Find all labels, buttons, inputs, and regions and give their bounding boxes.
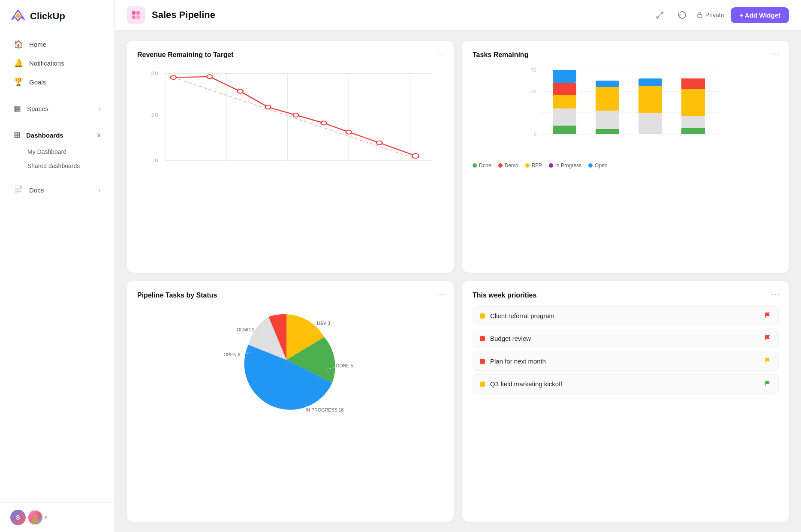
svg-rect-38 [553, 95, 576, 108]
logo[interactable]: ClickUp [0, 0, 114, 31]
add-widget-button[interactable]: + Add Widget [731, 7, 789, 23]
revenue-chart-svg: 20 10 0 [137, 66, 443, 168]
priority-dot-2 [480, 359, 485, 364]
svg-rect-50 [681, 89, 705, 116]
bar-chart-legend: Done Demo RFP In Progress [473, 162, 779, 168]
bell-icon: 🔔 [14, 58, 23, 68]
priority-dot-0 [480, 313, 485, 319]
priorities-widget: This week priorities ··· Client referral… [462, 281, 789, 522]
svg-point-28 [376, 141, 382, 144]
priorities-widget-title: This week priorities [473, 292, 779, 299]
demo-dot [498, 163, 503, 168]
sidebar-item-notifications[interactable]: 🔔 Notifications [3, 54, 111, 72]
sidebar-item-my-dashboard[interactable]: My Dashboard [3, 145, 111, 159]
svg-rect-44 [596, 81, 619, 87]
expand-button[interactable] [652, 7, 668, 23]
pipeline-widget-title: Pipeline Tasks by Status [137, 292, 443, 299]
pipeline-pie-svg: DEV 3 DONE 5 IN PROGRESS 18 OPEN 6 DEMO … [222, 302, 359, 422]
svg-rect-2 [132, 11, 136, 15]
docs-chevron-icon: › [99, 186, 101, 193]
legend-in-progress: In Progress [549, 162, 581, 168]
sidebar: ClickUp 🏠 Home 🔔 Notifications 🏆 Goals ▦… [0, 0, 115, 532]
pipeline-widget-menu[interactable]: ··· [436, 290, 445, 299]
priorities-widget-menu[interactable]: ··· [771, 290, 780, 299]
tasks-bar-chart: 50 25 0 [473, 66, 779, 168]
clickup-logo-icon [10, 9, 26, 24]
svg-rect-41 [553, 126, 576, 134]
user-menu-chevron[interactable]: ▾ [45, 514, 47, 520]
svg-text:0: 0 [534, 132, 536, 137]
priority-flag-0 [765, 312, 771, 320]
svg-rect-52 [681, 128, 705, 134]
docs-icon: 📄 [14, 185, 23, 195]
legend-demo: Demo [498, 162, 518, 168]
open-label: Open [595, 162, 607, 168]
sidebar-item-docs[interactable]: 📄 Docs › [3, 181, 111, 199]
svg-text:DONE 5: DONE 5 [336, 363, 353, 368]
priority-item-1: Budget review [473, 329, 779, 348]
home-icon: 🏠 [14, 39, 23, 49]
svg-rect-39 [553, 83, 576, 95]
in-progress-label: In Progress [555, 162, 581, 168]
sidebar-bottom: S ▾ [0, 502, 114, 532]
sidebar-item-spaces-label: Spaces [27, 105, 48, 112]
sidebar-item-notifications-label: Notifications [29, 60, 64, 67]
priority-flag-1 [765, 334, 771, 343]
sidebar-item-goals[interactable]: 🏆 Goals [3, 73, 111, 91]
demo-label: Demo [505, 162, 518, 168]
svg-rect-46 [638, 113, 662, 134]
dashboards-chevron-icon: ∨ [96, 132, 101, 138]
pipeline-pie-chart: DEV 3 DONE 5 IN PROGRESS 18 OPEN 6 DEMO … [137, 306, 443, 418]
svg-rect-43 [596, 87, 619, 111]
svg-point-21 [171, 75, 176, 79]
logo-text: ClickUp [30, 11, 65, 22]
sidebar-item-spaces[interactable]: ▦ Spaces › [3, 99, 111, 117]
spaces-icon: ▦ [14, 104, 21, 113]
user-avatar-group[interactable]: S ▾ [10, 510, 47, 525]
sidebar-item-home[interactable]: 🏠 Home [3, 35, 111, 53]
dashboard-grid: Revenue Remaining to Target ··· 20 10 [115, 30, 801, 532]
priority-flag-2 [765, 357, 771, 365]
sidebar-item-dashboards[interactable]: ⊞ Dashboards ∨ [3, 126, 111, 144]
revenue-widget-menu[interactable]: ··· [436, 49, 445, 58]
priority-flag-3 [765, 380, 771, 388]
sidebar-item-shared-dashboards[interactable]: Shared dashboards [3, 159, 111, 173]
tasks-widget-title: Tasks Remaining [473, 51, 779, 59]
svg-rect-51 [681, 78, 705, 89]
page-header: Sales Pipeline [115, 0, 801, 30]
refresh-button[interactable] [675, 7, 690, 23]
sidebar-item-home-label: Home [29, 41, 46, 48]
dashboards-icon: ⊞ [14, 130, 20, 140]
revenue-chart: 20 10 0 [137, 66, 443, 168]
in-progress-dot [549, 163, 553, 168]
dashboard-icon [127, 6, 145, 24]
priority-text-0: Client referral program [490, 312, 759, 319]
svg-text:DEV 3: DEV 3 [317, 321, 330, 326]
svg-rect-48 [638, 78, 662, 86]
svg-text:50: 50 [531, 67, 536, 72]
avatar-photo [27, 510, 43, 525]
svg-point-25 [293, 113, 298, 117]
svg-text:0: 0 [155, 158, 159, 163]
svg-text:25: 25 [531, 89, 536, 94]
legend-rfp: RFP [525, 162, 542, 168]
svg-point-26 [321, 121, 326, 125]
priority-item-2: Plan for next month [473, 352, 779, 371]
priority-text-3: Q3 field marketing kickoff [490, 380, 759, 388]
tasks-bar-chart-svg: 50 25 0 [473, 66, 779, 156]
rfp-label: RFP [532, 162, 542, 168]
page-title: Sales Pipeline [152, 9, 645, 21]
sidebar-nav: 🏠 Home 🔔 Notifications 🏆 Goals ▦ Spaces … [0, 31, 114, 502]
header-actions: Private + Add Widget [652, 7, 789, 23]
priority-dot-3 [480, 382, 485, 387]
sidebar-item-goals-label: Goals [29, 78, 46, 86]
tasks-widget-menu[interactable]: ··· [771, 49, 780, 58]
priority-text-2: Plan for next month [490, 358, 759, 365]
svg-rect-40 [553, 70, 576, 83]
svg-point-24 [265, 105, 271, 109]
done-label: Done [479, 162, 491, 168]
svg-point-22 [207, 75, 212, 78]
svg-text:DEMO 2: DEMO 2 [237, 327, 255, 332]
revenue-widget: Revenue Remaining to Target ··· 20 10 [127, 41, 454, 273]
legend-done: Done [473, 162, 491, 168]
